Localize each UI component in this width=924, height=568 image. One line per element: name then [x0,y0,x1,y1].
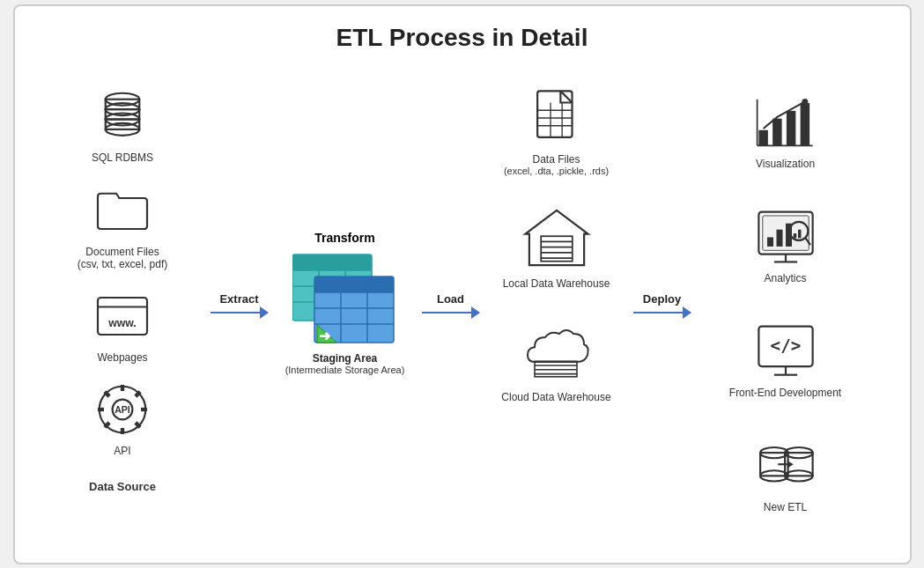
local-dw-item: Local Data Warehouse [503,203,610,290]
source-api: API API [92,379,153,457]
extract-arrow-line [211,312,268,314]
svg-line-18 [136,392,140,396]
cloud-dw-icon [521,316,591,387]
svg-rect-63 [776,230,782,247]
svg-text:</>: </> [770,336,801,356]
load-label: Load [437,292,464,306]
source-document-files: Document Files(csv, txt, excel, pdf) [78,180,167,270]
webpages-icon: www. [92,285,153,347]
svg-rect-22 [292,254,372,270]
local-dw-icon [521,203,592,273]
svg-marker-43 [525,210,588,264]
main-content: SQL RDBMS Document Files(csv, txt, excel… [41,70,883,536]
svg-rect-67 [793,233,796,238]
load-arrow-line [422,312,479,314]
local-dw-label: Local Data Warehouse [503,277,610,290]
sql-rdbms-icon [92,85,153,147]
deploy-arrow-line [633,312,691,314]
svg-text:➜: ➜ [319,328,330,343]
diagram-container: ETL Process in Detail SQL RDBMS [13,4,912,564]
data-source-label: Data Source [89,480,156,493]
svg-line-17 [136,423,140,427]
svg-rect-29 [314,277,394,292]
svg-rect-56 [800,103,809,145]
deploy-arrow-container: Deploy [633,70,691,536]
staging-area-icon: ➜ [292,250,398,347]
webpages-label: Webpages [97,351,147,364]
staging-area-sublabel: (Intermediate Storage Area) [285,365,405,375]
cloud-dw-item: Cloud Data Warehouse [501,316,610,403]
svg-text:API: API [115,405,130,416]
cloud-dw-label: Cloud Data Warehouse [501,391,610,403]
data-files-note: (excel, .dta, .pickle, .rds) [504,166,609,176]
document-files-icon [92,180,153,241]
deploy-label: Deploy [643,292,681,306]
transform-block: Transform [285,231,405,375]
visualization-label: Visualization [756,158,815,170]
data-files-item: Data Files (excel, .dta, .pickle, .rds) [504,87,609,176]
analytics-item: Analytics [755,206,817,284]
source-webpages: www. Webpages [92,285,153,364]
transform-title: Transform [314,231,374,245]
frontend-label: Front-End Development [729,387,841,399]
api-label: API [114,445,130,457]
svg-marker-82 [787,461,793,468]
svg-line-19 [105,423,109,427]
svg-point-57 [802,99,808,105]
visualization-icon [755,92,817,153]
svg-rect-68 [798,230,802,239]
visualization-item: Visualization [755,92,817,170]
frontend-icon: </> [755,321,817,382]
svg-rect-54 [772,119,782,146]
extract-arrow-container: Extract [211,70,268,536]
load-arrow-col: Load [416,70,486,536]
transform-column: Transform [275,70,416,536]
data-files-label: Data Files [532,153,580,166]
new-etl-label: New ETL [764,501,807,513]
deploy-targets-column: Visualization [698,70,874,536]
svg-rect-53 [758,130,768,146]
page-title: ETL Process in Detail [41,24,883,52]
svg-rect-55 [786,111,795,145]
svg-rect-62 [767,237,773,247]
svg-text:www.: www. [107,317,137,329]
new-etl-item: New ETL [755,435,817,513]
analytics-label: Analytics [764,272,806,284]
deploy-arrow-col: Deploy [627,70,698,536]
load-arrow-container: Load [422,70,479,536]
source-sql-rdbms: SQL RDBMS [92,85,153,164]
extract-label: Extract [219,292,258,306]
sql-rdbms-label: SQL RDBMS [92,151,153,164]
staging-area-label: Staging Area [313,352,378,365]
frontend-item: </> Front-End Development [729,321,841,399]
new-etl-icon [755,435,817,497]
svg-line-16 [105,392,109,396]
analytics-icon [755,206,817,268]
data-files-icon [526,87,588,149]
sources-column: SQL RDBMS Document Files(csv, txt, excel… [41,70,204,536]
document-files-label: Document Files(csv, txt, excel, pdf) [78,246,167,270]
api-icon: API [92,379,153,440]
extract-arrow-col: Extract [204,70,275,536]
load-targets-column: Data Files (excel, .dta, .pickle, .rds) … [486,70,627,536]
